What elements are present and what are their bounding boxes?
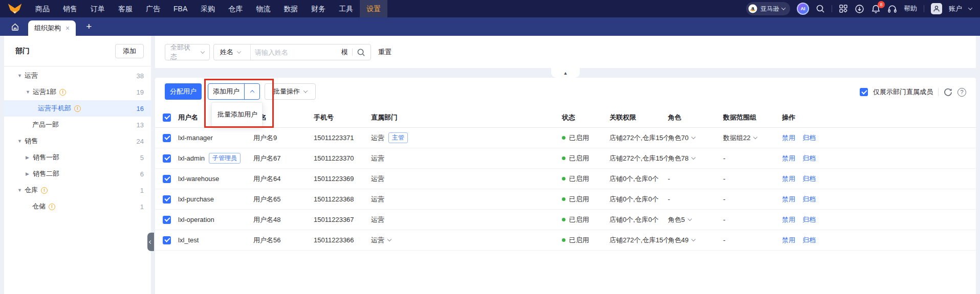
tree-item-operations[interactable]: ▼ 运营 38 xyxy=(4,67,151,84)
tree-item-sales-dept1[interactable]: ▶ 销售一部 5 xyxy=(4,149,151,166)
archive-link[interactable]: 归档 xyxy=(802,133,816,143)
archive-link[interactable]: 归档 xyxy=(802,236,816,245)
chevron-down-icon[interactable] xyxy=(688,217,692,221)
chevron-up-icon xyxy=(250,90,254,94)
only-direct-members-checkbox[interactable] xyxy=(860,88,868,96)
search-icon[interactable] xyxy=(816,4,825,13)
app-logo-icon[interactable] xyxy=(7,3,23,14)
disable-link[interactable]: 禁用 xyxy=(782,133,795,143)
table-row: lxl-warehouse 用户名64 15011223369 运营 已启用 店… xyxy=(155,169,976,189)
name-search-group: 姓名 模 xyxy=(213,44,371,60)
caret-down-icon[interactable]: ▼ xyxy=(17,139,25,144)
nav-item-finance[interactable]: 财务 xyxy=(304,0,332,17)
nav-item-fba[interactable]: FBA xyxy=(167,0,194,17)
tree-item-label: 销售一部 xyxy=(33,153,59,162)
marketplace-selector[interactable]: a 亚马逊 xyxy=(746,2,790,15)
nav-item-orders[interactable]: 订单 xyxy=(84,0,112,17)
collapse-filter-button[interactable]: ▲ xyxy=(551,68,580,78)
archive-link[interactable]: 归档 xyxy=(802,215,816,224)
row-checkbox[interactable] xyxy=(163,216,171,224)
archive-link[interactable]: 归档 xyxy=(802,174,816,184)
tree-item-storage[interactable]: 仓储 ! 1 xyxy=(4,198,151,215)
disable-link[interactable]: 禁用 xyxy=(782,195,795,204)
user-permissions: 店铺272个,仓库15个 xyxy=(609,133,668,143)
divider xyxy=(938,88,939,96)
help-link[interactable]: 帮助 xyxy=(904,4,917,13)
disable-link[interactable]: 禁用 xyxy=(782,236,795,245)
search-field-select[interactable]: 姓名 xyxy=(214,44,251,60)
reset-filters-button[interactable]: 重置 xyxy=(378,48,391,57)
disable-link[interactable]: 禁用 xyxy=(782,215,795,224)
caret-right-icon[interactable]: ▶ xyxy=(26,171,33,176)
caret-down-icon[interactable]: ▼ xyxy=(17,73,25,78)
row-checkbox[interactable] xyxy=(163,134,171,142)
home-tab-button[interactable] xyxy=(6,22,24,31)
assign-user-button[interactable]: 分配用户 xyxy=(165,83,202,100)
add-user-button[interactable]: 添加用户 xyxy=(208,84,244,99)
add-department-button[interactable]: 添加 xyxy=(115,44,144,58)
nav-item-ads[interactable]: 广告 xyxy=(139,0,167,17)
chevron-down-icon xyxy=(781,6,786,10)
status-dot xyxy=(562,156,565,160)
tree-item-warehouse[interactable]: ▼ 仓库 ! 1 xyxy=(4,182,151,198)
nav-item-purchase[interactable]: 采购 xyxy=(194,0,222,17)
disable-link[interactable]: 禁用 xyxy=(782,154,795,163)
close-icon[interactable]: × xyxy=(66,24,70,32)
chevron-down-icon[interactable] xyxy=(691,135,695,139)
user-name: 用户名56 xyxy=(253,236,314,245)
chevron-down-icon[interactable] xyxy=(387,237,391,241)
row-checkbox[interactable] xyxy=(163,236,171,244)
select-all-checkbox[interactable] xyxy=(163,114,171,122)
account-menu[interactable]: 账户 xyxy=(949,4,962,13)
tree-item-label: 运营手机部 xyxy=(38,104,71,113)
download-icon[interactable] xyxy=(855,4,864,14)
nav-item-sales[interactable]: 销售 xyxy=(56,0,84,17)
nav-item-tools[interactable]: 工具 xyxy=(332,0,360,17)
notifications-bell-icon[interactable]: 8 xyxy=(871,4,881,14)
archive-link[interactable]: 归档 xyxy=(802,195,816,204)
add-user-dropdown-toggle[interactable] xyxy=(244,84,259,99)
user-role: - xyxy=(668,195,670,203)
tree-item-product-dept1[interactable]: 产品一部 13 xyxy=(4,117,151,133)
tree-item-sales-dept2[interactable]: ▶ 销售二部 6 xyxy=(4,166,151,182)
nav-item-settings[interactable]: 设置 xyxy=(360,0,387,17)
nav-item-warehouse[interactable]: 仓库 xyxy=(222,0,249,17)
batch-operations-button[interactable]: 批量操作 xyxy=(265,83,316,100)
support-headset-icon[interactable] xyxy=(887,4,897,14)
add-tab-button[interactable]: + xyxy=(86,21,92,32)
caret-down-icon[interactable]: ▼ xyxy=(17,188,25,193)
chevron-down-icon[interactable] xyxy=(691,155,695,160)
fuzzy-mode-toggle[interactable]: 模 xyxy=(341,48,348,57)
tab-org-structure[interactable]: 组织架构 × xyxy=(28,20,76,36)
help-icon[interactable]: ? xyxy=(957,88,966,97)
chevron-down-icon[interactable] xyxy=(753,135,757,139)
ai-assistant-button[interactable]: AI xyxy=(797,3,809,15)
nav-item-products[interactable]: 商品 xyxy=(29,0,56,17)
user-avatar[interactable] xyxy=(931,3,942,14)
caret-right-icon[interactable]: ▶ xyxy=(26,155,33,160)
row-checkbox[interactable] xyxy=(163,154,171,163)
caret-down-icon[interactable]: ▼ xyxy=(26,89,33,95)
nav-item-data[interactable]: 数据 xyxy=(277,0,304,17)
refresh-icon[interactable] xyxy=(944,88,952,97)
row-checkbox[interactable] xyxy=(163,195,171,203)
archive-link[interactable]: 归档 xyxy=(802,154,816,163)
member-count: 5 xyxy=(140,154,144,162)
tree-item-operations-mobile[interactable]: 运营手机部 ! 16 xyxy=(4,100,151,117)
nav-item-logistics[interactable]: 物流 xyxy=(249,0,277,17)
department-sidebar: 部门 添加 ▼ 运营 38 ▼ 运营1部 ! 19 运营手机部 ! 16 产品一… xyxy=(4,36,151,294)
row-checkbox[interactable] xyxy=(163,175,171,183)
chevron-down-icon[interactable] xyxy=(691,237,695,241)
sidebar-collapse-handle[interactable] xyxy=(147,233,154,251)
apps-grid-icon[interactable] xyxy=(839,4,848,13)
nav-item-service[interactable]: 客服 xyxy=(112,0,139,17)
disable-link[interactable]: 禁用 xyxy=(782,174,795,184)
status-filter-select[interactable]: 全部状态 xyxy=(165,44,210,60)
batch-add-user-menu-item[interactable]: 批量添加用户 xyxy=(212,106,262,123)
tree-item-operations-dept1[interactable]: ▼ 运营1部 ! 19 xyxy=(4,84,151,100)
status-dot xyxy=(562,238,565,242)
name-search-input[interactable] xyxy=(251,49,341,56)
search-icon[interactable] xyxy=(357,48,365,57)
tree-item-sales[interactable]: ▼ 销售 24 xyxy=(4,133,151,149)
user-phone: 15011223367 xyxy=(314,216,371,223)
